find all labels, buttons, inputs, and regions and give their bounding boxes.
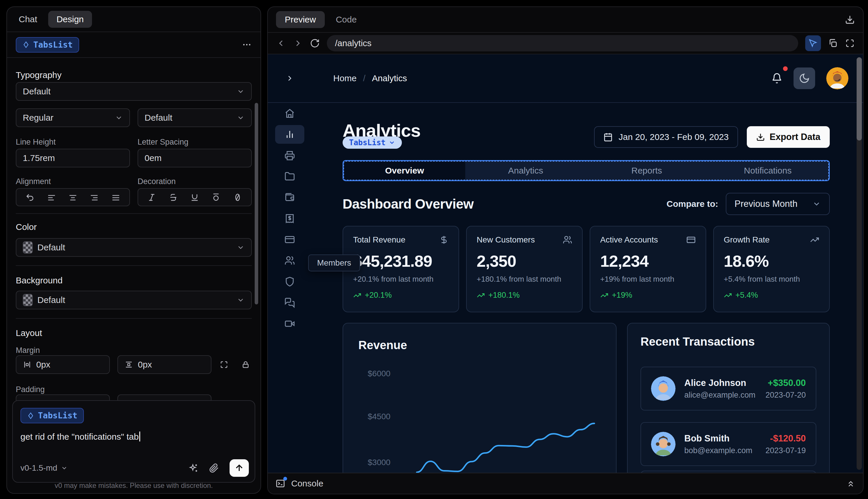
- align-center-icon: [69, 193, 77, 202]
- transaction-email: bob@example.com: [684, 446, 752, 455]
- align-justify-button[interactable]: [111, 193, 120, 202]
- selected-element-chip[interactable]: TabsList: [16, 37, 79, 52]
- fullscreen-button[interactable]: [845, 38, 855, 48]
- user-avatar[interactable]: [826, 67, 848, 89]
- tab-notifications[interactable]: Notifications: [707, 161, 829, 180]
- sidebar-item-wallet[interactable]: [275, 187, 304, 208]
- sidebar-item-home[interactable]: [275, 103, 304, 124]
- prompt-element-chip[interactable]: TabsList: [21, 408, 84, 423]
- margin-expand-button[interactable]: [220, 360, 228, 369]
- overline-button[interactable]: [211, 193, 221, 202]
- align-center-button[interactable]: [69, 193, 77, 202]
- breadcrumb-home[interactable]: Home: [333, 73, 357, 83]
- sidebar-item-print[interactable]: [275, 145, 304, 166]
- app-viewport: Home / Analytics: [268, 54, 863, 473]
- download-button[interactable]: [845, 15, 855, 25]
- underline-button[interactable]: [190, 193, 199, 202]
- moon-icon: [799, 73, 810, 84]
- back-button[interactable]: [276, 38, 286, 48]
- typography-title: Typography: [16, 70, 252, 80]
- tabslist-selection-outline: Overview Analytics Reports Notifications: [343, 160, 830, 181]
- tab-analytics[interactable]: Analytics: [465, 161, 586, 180]
- paperclip-icon: [209, 463, 219, 473]
- font-family-select[interactable]: Default: [16, 82, 252, 101]
- decoration-toolbar: [138, 188, 252, 206]
- sidebar-item-invoices[interactable]: [275, 208, 304, 229]
- element-menu-button[interactable]: [242, 40, 252, 50]
- chevron-right-icon: [293, 38, 303, 48]
- tab-overview[interactable]: Overview: [344, 161, 465, 180]
- tab-chat[interactable]: Chat: [16, 11, 40, 28]
- console-icon-wrap: [275, 478, 285, 488]
- attach-file-button[interactable]: [209, 463, 219, 473]
- background-select[interactable]: Default: [16, 291, 252, 309]
- breadcrumb: Home / Analytics: [333, 73, 407, 83]
- notifications-button[interactable]: [771, 73, 782, 84]
- prompt-box[interactable]: TabsList get rid of the "notifications" …: [12, 400, 255, 483]
- background-title: Background: [16, 275, 252, 286]
- export-data-button[interactable]: Export Data: [747, 126, 830, 148]
- reset-alignment-button[interactable]: [25, 193, 35, 202]
- prompt-input[interactable]: get rid of the "notifications" tab: [21, 431, 247, 442]
- console-bar[interactable]: Console: [268, 473, 863, 494]
- console-expand-button[interactable]: [846, 479, 855, 488]
- compare-select[interactable]: Previous Month: [726, 193, 830, 215]
- stat-title: Total Revenue: [353, 235, 405, 245]
- forward-button[interactable]: [293, 38, 303, 48]
- download-icon: [845, 15, 855, 25]
- tab-reports[interactable]: Reports: [586, 161, 707, 180]
- avatar-image: [651, 432, 675, 457]
- line-height-input[interactable]: [23, 153, 123, 163]
- date-range-picker[interactable]: Jan 20, 2023 - Feb 09, 2023: [594, 126, 738, 148]
- background-value: Default: [37, 295, 232, 305]
- tab-design[interactable]: Design: [48, 11, 92, 28]
- tab-code[interactable]: Code: [332, 11, 361, 28]
- send-button[interactable]: [230, 459, 249, 477]
- element-select-mode-button[interactable]: [805, 35, 821, 51]
- align-left-button[interactable]: [47, 193, 56, 202]
- sidebar-item-analytics[interactable]: [275, 125, 304, 144]
- sidebar-item-members[interactable]: [275, 250, 304, 271]
- font-size-select[interactable]: Default: [138, 108, 252, 127]
- refresh-button[interactable]: [310, 38, 320, 48]
- italic-button[interactable]: [147, 193, 156, 202]
- margin-y-input[interactable]: [138, 360, 204, 369]
- transaction-email: alice@example.com: [684, 391, 756, 400]
- tab-preview[interactable]: Preview: [276, 11, 325, 28]
- margin-x-input[interactable]: [36, 360, 103, 369]
- sidebar-item-cards[interactable]: [275, 229, 304, 250]
- members-tooltip: Members: [308, 254, 360, 271]
- ellipsis-icon: [242, 40, 252, 50]
- design-panel-scrollbar[interactable]: [255, 103, 258, 304]
- viewport-scrollbar[interactable]: [857, 57, 862, 470]
- font-weight-select[interactable]: Regular: [16, 108, 130, 127]
- theme-toggle-button[interactable]: [794, 68, 815, 89]
- viewport-scrollbar-thumb[interactable]: [857, 57, 862, 141]
- sidebar-item-security[interactable]: [275, 271, 304, 292]
- sidebar-toggle-button[interactable]: [285, 74, 294, 83]
- selected-element-row: TabsList: [7, 32, 261, 58]
- enhance-prompt-button[interactable]: [189, 463, 199, 473]
- sidebar-item-files[interactable]: [275, 166, 304, 187]
- wallet-icon: [284, 192, 295, 203]
- selected-tag-pill[interactable]: TabsList: [343, 136, 402, 149]
- sidebar-item-messages[interactable]: [275, 292, 304, 313]
- margin-lock-button[interactable]: [241, 360, 250, 369]
- align-right-button[interactable]: [90, 193, 99, 202]
- color-select[interactable]: Default: [16, 238, 252, 257]
- color-title: Color: [16, 222, 252, 232]
- chevron-down-icon: [61, 464, 68, 472]
- sidebar-item-video[interactable]: [275, 313, 304, 334]
- strikethrough-button[interactable]: [169, 193, 178, 202]
- transaction-row[interactable]: Alice Johnson alice@example.com +$350.00…: [641, 367, 816, 411]
- letter-spacing-input[interactable]: [145, 153, 245, 163]
- no-decoration-button[interactable]: [233, 193, 242, 202]
- shield-icon: [284, 276, 295, 287]
- font-size-value: Default: [145, 113, 232, 123]
- url-input[interactable]: /analytics: [327, 35, 798, 51]
- transaction-row[interactable]: Bob Smith bob@example.com -$120.50 2023-…: [641, 422, 816, 466]
- model-selector[interactable]: v0-1.5-md: [21, 463, 68, 473]
- chevron-down-icon: [237, 87, 245, 96]
- chevron-right-icon: [285, 74, 294, 83]
- copy-button[interactable]: [828, 38, 838, 48]
